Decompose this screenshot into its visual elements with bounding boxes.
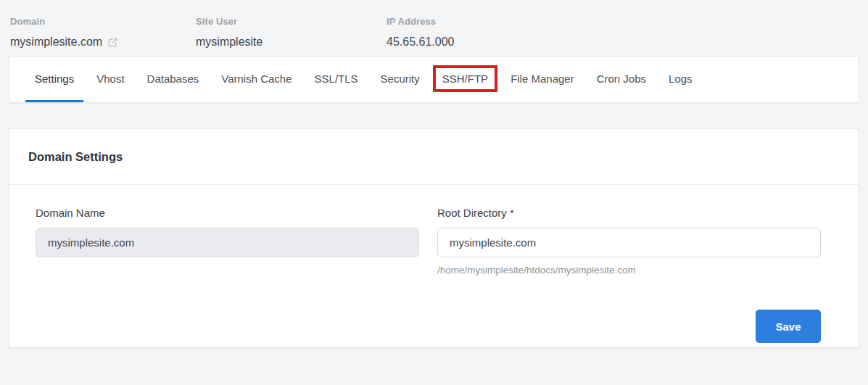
root-directory-input[interactable] [437,228,821,257]
domain-name-input [36,228,419,257]
tab-bar-card: Settings Vhost Databases Varnish Cache S… [9,56,859,103]
tab-ssh-ftp[interactable]: SSH/FTP [433,57,497,102]
tab-settings[interactable]: Settings [25,57,83,102]
tab-security[interactable]: Security [371,57,429,102]
annotation-highlight-box: SSH/FTP [433,65,497,92]
ip-address-label: IP Address [387,16,590,27]
site-info-header: Domain mysimplesite.com Site User mysimp… [0,0,868,49]
site-user-label: Site User [196,16,387,27]
ip-address-value: 45.65.61.000 [387,36,590,49]
card-title: Domain Settings [28,150,123,164]
tab-cron-jobs[interactable]: Cron Jobs [587,57,656,102]
site-user-value: mysimplesite [196,36,387,49]
domain-label: Domain [10,16,196,27]
root-directory-help-text: /home/mysimplesite/htdocs/mysimplesite.c… [437,265,821,276]
domain-name-label: Domain Name [36,207,419,219]
tab-bar: Settings Vhost Databases Varnish Cache S… [25,57,843,102]
card-title-row: Domain Settings [9,129,859,185]
tab-vhost[interactable]: Vhost [87,57,133,102]
tab-logs[interactable]: Logs [659,57,702,102]
tab-ssl-tls[interactable]: SSL/TLS [305,57,368,102]
external-link-icon[interactable] [107,37,118,48]
site-user-field: Site User mysimplesite [196,16,387,49]
tab-varnish-cache[interactable]: Varnish Cache [212,57,301,102]
root-directory-group: Root Directory * /home/mysimplesite/htdo… [437,207,821,276]
ip-address-field: IP Address 45.65.61.000 [387,16,590,49]
domain-field: Domain mysimplesite.com [10,16,196,49]
root-directory-label: Root Directory * [437,207,821,219]
tab-file-manager[interactable]: File Manager [501,57,584,102]
domain-value: mysimplesite.com [10,36,102,49]
domain-name-group: Domain Name [36,207,419,276]
domain-settings-card: Domain Settings Domain Name Root Directo… [9,128,859,348]
tab-databases[interactable]: Databases [138,57,209,102]
save-button[interactable]: Save [756,310,821,343]
